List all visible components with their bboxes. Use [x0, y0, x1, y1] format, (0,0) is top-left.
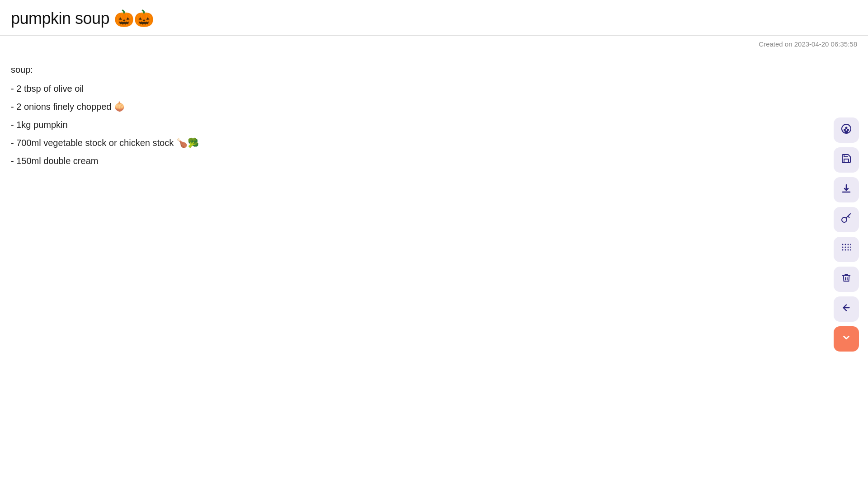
meta-bar: Created on 2023-04-20 06:35:58 — [0, 36, 868, 52]
svg-point-10 — [845, 247, 846, 248]
chevron-down-icon — [841, 333, 851, 345]
delete-button[interactable] — [834, 267, 859, 292]
toolbar — [834, 117, 859, 352]
expand-button[interactable] — [834, 326, 859, 352]
header: pumpkin soup 🎃🎃 — [0, 0, 868, 36]
list-item: - 700ml vegetable stock or chicken stock… — [11, 134, 857, 152]
svg-point-3 — [846, 127, 847, 129]
svg-point-2 — [847, 129, 849, 131]
download-button[interactable] — [834, 177, 859, 202]
grid-icon — [841, 243, 851, 256]
svg-point-9 — [842, 247, 844, 248]
svg-point-6 — [842, 244, 844, 245]
list-item: - 150ml double cream — [11, 152, 857, 170]
save-button[interactable] — [834, 147, 859, 173]
svg-point-13 — [845, 249, 846, 251]
ingredients-list: - 2 tbsp of olive oil - 2 onions finely … — [11, 80, 857, 170]
list-item: - 1kg pumpkin — [11, 116, 857, 134]
svg-point-7 — [845, 244, 846, 245]
list-item: - 2 onions finely chopped 🧅 — [11, 98, 857, 116]
svg-point-8 — [848, 244, 849, 245]
svg-point-17 — [850, 249, 852, 251]
list-item: - 2 tbsp of olive oil — [11, 80, 857, 98]
recipe-content: soup: - 2 tbsp of olive oil - 2 onions f… — [0, 52, 868, 179]
svg-point-12 — [842, 249, 844, 251]
created-timestamp: Created on 2023-04-20 06:35:58 — [759, 40, 857, 48]
trash-icon — [841, 273, 851, 286]
back-arrow-icon — [841, 303, 851, 315]
section-label: soup: — [11, 61, 857, 78]
svg-point-14 — [848, 249, 849, 251]
back-button[interactable] — [834, 296, 859, 322]
palette-button[interactable] — [834, 117, 859, 143]
svg-point-15 — [850, 244, 852, 245]
save-icon — [841, 153, 852, 167]
key-icon — [841, 213, 852, 226]
download-icon — [841, 183, 852, 197]
page-title: pumpkin soup 🎃🎃 — [11, 9, 857, 28]
svg-point-16 — [850, 247, 852, 248]
palette-icon — [841, 123, 852, 137]
grid-button[interactable] — [834, 237, 859, 262]
key-button[interactable] — [834, 207, 859, 232]
svg-point-11 — [848, 247, 849, 248]
svg-point-1 — [844, 129, 845, 131]
